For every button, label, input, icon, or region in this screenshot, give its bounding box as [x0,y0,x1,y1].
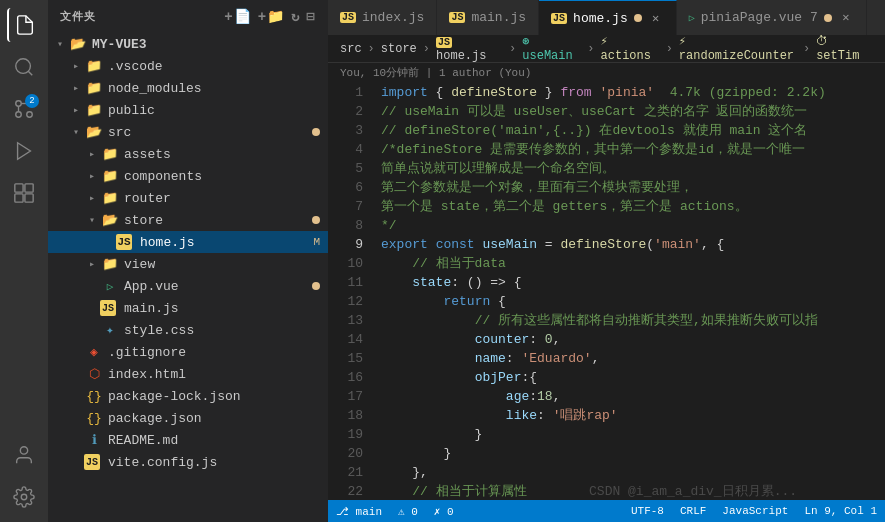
tree-item-index-html[interactable]: ⬡ index.html [48,363,328,385]
tree-item-style-css[interactable]: ✦ style.css [48,319,328,341]
chevron-right-icon: ▸ [68,82,84,94]
svg-point-3 [16,101,22,107]
code-line-9: export const useMain = defineStore ( 'ma… [381,235,885,254]
breadcrumb-use-main[interactable]: ⊛ useMain [522,35,581,63]
token: age [506,387,529,406]
extensions-icon[interactable] [7,176,41,210]
git-file-icon: ◈ [84,344,104,360]
tab-index-js[interactable]: JS index.js [328,0,437,35]
tree-item-main-js[interactable]: JS main.js [48,297,328,319]
search-icon[interactable] [7,50,41,84]
line-num-6: 6 [328,178,363,197]
tabs-bar: JS index.js JS main.js JS home.js ✕ ▷ pi… [328,0,885,35]
code-line-13: // 所有这些属性都将自动推断其类型,如果推断失败可以指 [381,311,885,330]
tab-main-js[interactable]: JS main.js [437,0,539,35]
chevron-right-icon: ▸ [84,192,100,204]
tree-item-vite-config[interactable]: JS vite.config.js [48,451,328,473]
line-num-10: 10 [328,254,363,273]
settings-icon[interactable] [7,480,41,514]
root-label: MY-VUE3 [92,37,147,52]
token [654,83,670,102]
token: , [553,387,561,406]
account-icon[interactable] [7,438,41,472]
status-encoding[interactable]: UTF-8 [631,505,664,517]
tree-item-gitignore[interactable]: ◈ .gitignore [48,341,328,363]
token: '唱跳rap' [553,406,618,425]
tree-item-readme[interactable]: ℹ README.md [48,429,328,451]
modified-badge: M [313,236,320,248]
tree-item-node-modules[interactable]: ▸ 📁 node_modules [48,77,328,99]
token [381,273,412,292]
refresh-icon[interactable]: ↻ [291,8,300,25]
tab-modified-indicator [824,14,832,22]
tab-close-button[interactable]: ✕ [838,10,854,26]
tab-home-js[interactable]: JS home.js ✕ [539,0,677,35]
tab-piniapage-vue[interactable]: ▷ piniaPage.vue 7 ✕ [677,0,867,35]
breadcrumb-src[interactable]: src [340,42,362,56]
tree-item-app-vue[interactable]: ▷ App.vue [48,275,328,297]
token: { [428,83,451,102]
line-numbers: 1 2 3 4 5 6 7 8 9 10 11 12 13 14 15 16 1… [328,83,373,500]
tree-item-assets[interactable]: ▸ 📁 assets [48,143,328,165]
status-errors[interactable]: ✗ 0 [434,505,454,518]
tree-item-home-js[interactable]: JS home.js M [48,231,328,253]
svg-point-4 [16,112,22,118]
folder-icon: 📁 [100,256,120,272]
line-num-5: 5 [328,159,363,178]
token: 18 [537,387,553,406]
breadcrumb-store[interactable]: store [381,42,417,56]
vue-tab-icon: ▷ [689,12,695,24]
new-folder-icon[interactable]: +📁 [258,8,285,25]
breadcrumb-sep: › [509,42,516,56]
code-line-1: import { defineStore } from 'pinia' 4.7k… [381,83,885,102]
debug-icon[interactable] [7,134,41,168]
tree-item-package-json[interactable]: {} package.json [48,407,328,429]
svg-line-1 [28,71,32,75]
author-text: You, 10分钟前 | 1 author (You) [340,67,531,79]
tree-root-myvue3[interactable]: ▾ 📂 MY-VUE3 [48,33,328,55]
activity-bar: 2 [0,0,48,522]
svg-point-13 [21,494,27,500]
token: export [381,235,428,254]
code-editor[interactable]: 1 2 3 4 5 6 7 8 9 10 11 12 13 14 15 16 1… [328,83,885,500]
code-line-15: name : 'Eduardo' , [381,349,885,368]
tab-close-button[interactable]: ✕ [648,10,664,26]
tree-item-public[interactable]: ▸ 📁 public [48,99,328,121]
token [381,254,412,273]
breadcrumb-randomize[interactable]: ⚡ randomizeCounter [679,35,797,63]
files-icon[interactable] [7,8,41,42]
status-position[interactable]: Ln 9, Col 1 [804,505,877,517]
source-control-icon[interactable]: 2 [7,92,41,126]
token: , [592,349,600,368]
tree-item-package-lock[interactable]: {} package-lock.json [48,385,328,407]
status-language[interactable]: JavaScript [722,505,788,517]
code-content[interactable]: import { defineStore } from 'pinia' 4.7k… [373,83,885,500]
code-line-22: // 相当于计算属性 CSDN @i_am_a_div_日积月累... [381,482,885,500]
sidebar-header: 文件夹 +📄 +📁 ↻ ⊟ [48,0,328,33]
breadcrumb-actions[interactable]: ⚡ actions [601,35,660,63]
status-branch[interactable]: ⎇ main [336,505,382,518]
token: state [412,273,451,292]
tree-item-view[interactable]: ▸ 📁 view [48,253,328,275]
svg-marker-7 [18,143,31,160]
token [381,292,443,311]
svg-rect-10 [15,194,23,202]
collapse-icon[interactable]: ⊟ [307,8,316,25]
tree-item-vscode[interactable]: ▸ 📁 .vscode [48,55,328,77]
tree-item-router[interactable]: ▸ 📁 router [48,187,328,209]
breadcrumb-file[interactable]: JS home.js [436,35,503,63]
tree-item-src[interactable]: ▾ 📂 src [48,121,328,143]
status-warnings[interactable]: ⚠ 0 [398,505,418,518]
status-eol[interactable]: CRLF [680,505,706,517]
code-line-20: } [381,444,885,463]
tree-item-store[interactable]: ▾ 📂 store [48,209,328,231]
tree-label: assets [124,147,171,162]
tree-item-components[interactable]: ▸ 📁 components [48,165,328,187]
token: // useMain 可以是 useUser、useCart 之类的名字 返回的… [381,102,807,121]
line-num-16: 16 [328,368,363,387]
token: return [443,292,490,311]
new-file-icon[interactable]: +📄 [224,8,251,25]
token: 'Eduardo' [521,349,591,368]
breadcrumb-settim[interactable]: ⏱ setTim [816,35,873,63]
folder-icon: 📁 [100,168,120,184]
